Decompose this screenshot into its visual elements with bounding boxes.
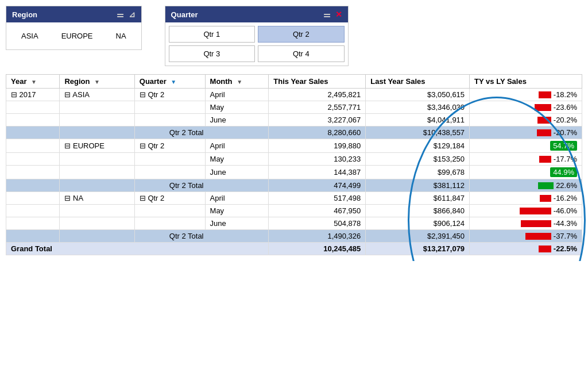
vs-bar-negative bbox=[537, 129, 551, 136]
cell-vs: -46.0% bbox=[470, 205, 582, 217]
cell-vs: -20.2% bbox=[470, 114, 582, 126]
vs-highlight-green: 44.9% bbox=[550, 167, 577, 177]
th-month[interactable]: Month ▼ bbox=[205, 75, 269, 89]
region-na-item[interactable]: NA bbox=[110, 28, 132, 44]
region-asia-item[interactable]: ASIA bbox=[16, 28, 44, 44]
vs-bar-negative bbox=[520, 208, 551, 214]
cell-month: April bbox=[205, 139, 269, 153]
cell-year bbox=[6, 114, 60, 126]
cell-ty: 8,280,660 bbox=[269, 126, 366, 139]
cell-ly: $129,184 bbox=[366, 139, 470, 153]
vs-bar-negative bbox=[521, 220, 551, 227]
cell-month: May bbox=[205, 205, 269, 217]
table-row: Qtr 2 Total8,280,660$10,438,557-20.7% bbox=[6, 126, 582, 139]
region-col-filter-icon[interactable]: ▼ bbox=[94, 79, 100, 85]
cell-region bbox=[60, 230, 134, 243]
cell-qtr-total: Qtr 2 Total bbox=[134, 179, 269, 192]
grand-total-vs: -22.5% bbox=[470, 243, 582, 255]
quarter-filter-body: Qtr 1 Qtr 2 Qtr 3 Qtr 4 bbox=[165, 22, 348, 66]
cell-ty: 199,880 bbox=[269, 139, 366, 153]
cell-region bbox=[60, 153, 134, 166]
cell-month: May bbox=[205, 153, 269, 166]
vs-bar-negative bbox=[539, 156, 551, 163]
quarter-qtr4-btn[interactable]: Qtr 4 bbox=[258, 45, 345, 62]
cell-region bbox=[60, 205, 134, 217]
cell-quarter bbox=[134, 205, 205, 217]
th-year[interactable]: Year ▼ bbox=[6, 75, 60, 89]
quarter-filter-title: Quarter bbox=[171, 10, 198, 19]
quarter-filter-header: Quarter ⚌ ✕ bbox=[165, 6, 348, 22]
cell-ly: $3,346,030 bbox=[366, 101, 470, 114]
cell-quarter: ⊟ Qtr 2 bbox=[134, 139, 205, 153]
quarter-qtr3-btn[interactable]: Qtr 3 bbox=[169, 45, 256, 62]
cell-quarter: ⊟ Qtr 2 bbox=[134, 89, 205, 101]
th-region[interactable]: Region ▼ bbox=[60, 75, 134, 89]
table-row: Qtr 2 Total474,499$381,11222.6% bbox=[6, 179, 582, 192]
cell-quarter bbox=[134, 101, 205, 114]
cell-ty: 467,950 bbox=[269, 205, 366, 217]
month-filter-icon[interactable]: ▼ bbox=[237, 79, 242, 85]
table-row: May2,557,771$3,346,030-23.6% bbox=[6, 101, 582, 114]
table-row: ⊟ NA⊟ Qtr 2April517,498$611,847-16.2% bbox=[6, 192, 582, 205]
grand-total-vs-bar bbox=[539, 246, 551, 252]
table-row: Qtr 2 Total1,490,326$2,391,450-37.7% bbox=[6, 230, 582, 243]
vs-bar-negative bbox=[539, 91, 551, 98]
cell-vs: 54.7% bbox=[470, 139, 582, 153]
cell-region: ⊟ EUROPE bbox=[60, 139, 134, 153]
cell-year bbox=[6, 192, 60, 205]
cell-ly: $153,250 bbox=[366, 153, 470, 166]
quarter-col-filter-icon[interactable]: ▼ bbox=[171, 79, 176, 85]
region-filter-body: ASIA EUROPE NA bbox=[6, 22, 141, 49]
cell-vs: -17.7% bbox=[470, 153, 582, 166]
cell-ty: 474,499 bbox=[269, 179, 366, 192]
cell-month: June bbox=[205, 166, 269, 179]
cell-qtr-total: Qtr 2 Total bbox=[134, 126, 269, 139]
cell-quarter bbox=[134, 166, 205, 179]
cell-year bbox=[6, 166, 60, 179]
quarter-sort-icon[interactable]: ⚌ bbox=[323, 10, 331, 19]
region-sort-icon[interactable]: ⚌ bbox=[117, 10, 124, 19]
cell-year bbox=[6, 205, 60, 217]
cell-ly: $906,124 bbox=[366, 217, 470, 230]
vs-bar-negative bbox=[535, 104, 551, 111]
quarter-filter-icon[interactable]: ✕ bbox=[335, 10, 342, 19]
quarter-qtr2-btn[interactable]: Qtr 2 bbox=[258, 26, 345, 43]
cell-ly: $10,438,557 bbox=[366, 126, 470, 139]
pivot-table: Year ▼ Region ▼ Quarter ▼ Month ▼ This Y… bbox=[6, 74, 582, 255]
cell-ly: $2,391,450 bbox=[366, 230, 470, 243]
quarter-qtr1-btn[interactable]: Qtr 1 bbox=[169, 26, 256, 43]
cell-year bbox=[6, 179, 60, 192]
cell-year bbox=[6, 230, 60, 243]
cell-year bbox=[6, 217, 60, 230]
th-vs-sales: TY vs LY Sales bbox=[470, 75, 582, 89]
cell-ty: 3,227,067 bbox=[269, 114, 366, 126]
cell-vs: -23.6% bbox=[470, 101, 582, 114]
vs-bar-negative bbox=[537, 117, 551, 124]
region-filter-icons: ⚌ ⊿ bbox=[117, 10, 136, 19]
cell-year bbox=[6, 139, 60, 153]
region-filter-icon[interactable]: ⊿ bbox=[129, 10, 136, 19]
cell-vs: 22.6% bbox=[470, 179, 582, 192]
cell-region bbox=[60, 126, 134, 139]
cell-year bbox=[6, 153, 60, 166]
vs-bar-negative bbox=[540, 195, 551, 202]
table-row: June3,227,067$4,041,911-20.2% bbox=[6, 114, 582, 126]
th-ly-sales: Last Year Sales bbox=[366, 75, 470, 89]
year-filter-icon[interactable]: ▼ bbox=[31, 79, 37, 85]
cell-qtr-total: Qtr 2 Total bbox=[134, 230, 269, 243]
quarter-filter-icons: ⚌ ✕ bbox=[323, 10, 342, 19]
cell-month: April bbox=[205, 192, 269, 205]
cell-year: ⊟ 2017 bbox=[6, 89, 60, 101]
cell-vs: -20.7% bbox=[470, 126, 582, 139]
region-europe-item[interactable]: EUROPE bbox=[56, 28, 99, 44]
cell-ty: 2,495,821 bbox=[269, 89, 366, 101]
cell-month: May bbox=[205, 101, 269, 114]
cell-vs: 44.9% bbox=[470, 166, 582, 179]
grand-total-ty: 10,245,485 bbox=[269, 243, 366, 255]
th-quarter[interactable]: Quarter ▼ bbox=[134, 75, 205, 89]
cell-ly: $3,050,615 bbox=[366, 89, 470, 101]
cell-region bbox=[60, 166, 134, 179]
cell-quarter bbox=[134, 217, 205, 230]
table-row: ⊟ 2017⊟ ASIA⊟ Qtr 2April2,495,821$3,050,… bbox=[6, 89, 582, 101]
cell-region bbox=[60, 101, 134, 114]
